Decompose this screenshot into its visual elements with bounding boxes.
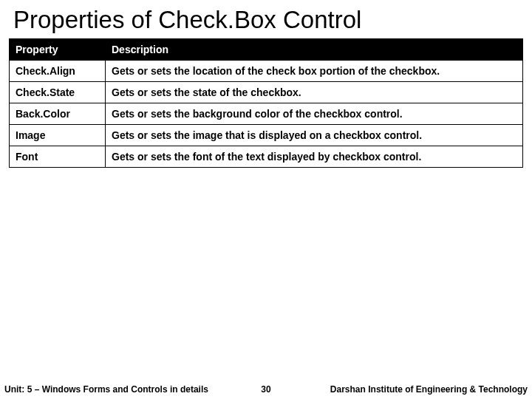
header-description: Description bbox=[106, 39, 523, 61]
table-header-row: Property Description bbox=[10, 39, 523, 61]
table-row: Image Gets or sets the image that is dis… bbox=[10, 125, 523, 146]
cell-description: Gets or sets the font of the text displa… bbox=[106, 146, 523, 168]
footer-institute: Darshan Institute of Engineering & Techn… bbox=[288, 384, 532, 395]
table-row: Check.Align Gets or sets the location of… bbox=[10, 61, 523, 82]
slide: Properties of Check.Box Control Property… bbox=[0, 0, 532, 399]
cell-property: Back.Color bbox=[10, 103, 106, 125]
cell-description: Gets or sets the state of the checkbox. bbox=[106, 82, 523, 103]
cell-property: Check.State bbox=[10, 82, 106, 103]
cell-property: Image bbox=[10, 125, 106, 146]
cell-property: Font bbox=[10, 146, 106, 168]
table-row: Font Gets or sets the font of the text d… bbox=[10, 146, 523, 168]
page-title: Properties of Check.Box Control bbox=[0, 0, 532, 37]
footer-page-number: 30 bbox=[244, 384, 288, 395]
table-row: Back.Color Gets or sets the background c… bbox=[10, 103, 523, 125]
header-property: Property bbox=[10, 39, 106, 61]
properties-table: Property Description Check.Align Gets or… bbox=[9, 38, 523, 168]
table-row: Check.State Gets or sets the state of th… bbox=[10, 82, 523, 103]
cell-description: Gets or sets the location of the check b… bbox=[106, 61, 523, 82]
footer: Unit: 5 – Windows Forms and Controls in … bbox=[0, 384, 532, 395]
cell-property: Check.Align bbox=[10, 61, 106, 82]
footer-unit: Unit: 5 – Windows Forms and Controls in … bbox=[0, 384, 244, 395]
cell-description: Gets or sets the image that is displayed… bbox=[106, 125, 523, 146]
cell-description: Gets or sets the background color of the… bbox=[106, 103, 523, 125]
